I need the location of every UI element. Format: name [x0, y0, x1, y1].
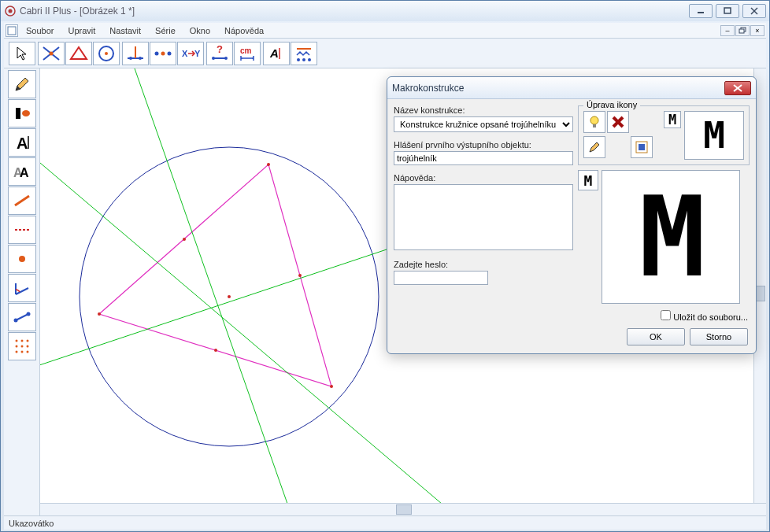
menubar: Soubor Upravit Nastavit Série Okno Nápov… — [4, 23, 766, 39]
tool-triangle[interactable] — [65, 42, 92, 65]
macro-dialog: Makrokonstrukce Název konstrukce: Konstr… — [387, 76, 757, 354]
side-dashed[interactable] — [8, 216, 36, 244]
tool-line[interactable] — [38, 42, 65, 65]
svg-point-72 — [590, 116, 598, 124]
svg-point-63 — [98, 312, 101, 316]
svg-line-46 — [16, 314, 28, 320]
dialog-titlebar[interactable]: Makrokonstrukce — [387, 77, 756, 99]
svg-text:A: A — [20, 166, 29, 179]
svg-point-50 — [20, 340, 23, 342]
svg-text:X: X — [182, 49, 188, 58]
side-line-style[interactable] — [8, 187, 36, 215]
svg-point-68 — [214, 349, 217, 352]
svg-point-52 — [15, 345, 17, 348]
tool-circle[interactable] — [93, 42, 120, 65]
svg-point-55 — [15, 351, 17, 353]
side-point-style[interactable] — [8, 245, 36, 273]
svg-text:A: A — [269, 46, 279, 60]
help-textarea[interactable] — [394, 184, 573, 250]
tool-midpoint[interactable] — [150, 42, 176, 65]
mdi-restore-button[interactable] — [735, 25, 750, 36]
svg-point-38 — [22, 110, 30, 116]
svg-text:Y: Y — [194, 49, 201, 58]
icon-m-tiny[interactable]: M — [664, 111, 681, 128]
svg-point-56 — [20, 351, 23, 353]
svg-point-20 — [161, 51, 165, 55]
tool-transform[interactable]: XY — [177, 42, 204, 65]
tool-perpendicular[interactable] — [122, 42, 149, 65]
svg-text:?: ? — [217, 43, 223, 55]
menu-series[interactable]: Série — [149, 24, 182, 37]
svg-point-36 — [308, 58, 311, 61]
side-text-a[interactable]: A — [8, 128, 36, 157]
status-text: Ukazovátko — [9, 519, 54, 528]
svg-point-34 — [297, 58, 300, 61]
svg-point-27 — [224, 57, 228, 60]
close-button[interactable] — [742, 4, 766, 18]
svg-point-57 — [26, 351, 28, 353]
name-select[interactable]: Konstrukce kružnice opsané trojúhelníku — [394, 116, 573, 132]
ok-button[interactable]: OK — [627, 328, 685, 345]
minimize-button[interactable] — [689, 4, 713, 18]
icon-tool-pencil[interactable] — [583, 136, 605, 158]
svg-point-67 — [298, 274, 302, 277]
svg-point-48 — [26, 312, 30, 316]
tool-appearance[interactable] — [291, 42, 317, 65]
svg-point-17 — [129, 57, 132, 60]
svg-rect-77 — [639, 144, 645, 150]
svg-point-18 — [139, 57, 142, 60]
save-checkbox-label: Uložit do souboru... — [673, 312, 748, 322]
svg-point-21 — [168, 51, 172, 55]
mdi-system-icon[interactable] — [6, 24, 18, 37]
icon-tool-grid[interactable] — [631, 136, 653, 158]
side-grid[interactable] — [8, 332, 36, 360]
output-input[interactable] — [394, 151, 573, 165]
mdi-close-button[interactable]: × — [750, 25, 764, 36]
left-toolbar: A AA — [4, 68, 40, 515]
icon-preview-large: M — [602, 170, 740, 304]
cancel-button[interactable]: Storno — [690, 328, 748, 345]
svg-marker-12 — [71, 47, 87, 59]
icon-m-medium[interactable]: M — [578, 170, 598, 190]
scrollbar-horizontal[interactable] — [40, 503, 766, 515]
svg-point-47 — [13, 319, 17, 323]
svg-rect-37 — [16, 108, 20, 119]
svg-point-54 — [26, 345, 28, 348]
mdi-minimize-button[interactable]: – — [720, 25, 735, 36]
svg-rect-73 — [593, 124, 596, 127]
save-checkbox-row[interactable]: Uložit do souboru... — [661, 310, 748, 322]
svg-rect-8 — [739, 29, 744, 33]
dialog-title: Makrokonstrukce — [392, 83, 724, 94]
tool-measure[interactable]: cm — [234, 42, 261, 65]
svg-point-64 — [267, 163, 270, 166]
menu-edit[interactable]: Upravit — [61, 24, 102, 37]
svg-point-26 — [212, 57, 215, 60]
tool-pointer[interactable] — [9, 42, 35, 65]
icon-edit-group: Úprava ikony — [578, 105, 750, 165]
titlebar[interactable]: Cabri II Plus - [Obrázek 1 *] — [1, 1, 769, 21]
menu-settings[interactable]: Nastavit — [103, 24, 147, 37]
menu-window[interactable]: Okno — [183, 24, 217, 37]
svg-point-65 — [330, 385, 333, 388]
side-angle[interactable] — [8, 274, 36, 302]
output-label: Hlášení prvního výstupního objektu: — [394, 140, 573, 150]
side-pencil[interactable] — [8, 70, 36, 98]
password-input[interactable] — [394, 271, 488, 285]
svg-line-43 — [15, 196, 29, 205]
maximize-button[interactable] — [716, 4, 739, 18]
dialog-close-button[interactable] — [724, 81, 751, 95]
tool-macro[interactable]: ? — [206, 42, 233, 65]
icon-tool-delete[interactable] — [607, 111, 629, 133]
svg-text:cm: cm — [240, 46, 252, 55]
svg-point-35 — [302, 58, 305, 61]
side-segment[interactable] — [8, 303, 36, 331]
save-checkbox[interactable] — [661, 310, 671, 320]
menu-help[interactable]: Nápověda — [218, 24, 270, 37]
svg-point-69 — [228, 295, 231, 298]
menu-file[interactable]: Soubor — [20, 24, 60, 37]
icon-tool-lightbulb[interactable] — [583, 111, 605, 133]
icon-preview-small: M — [684, 111, 744, 160]
side-fill[interactable] — [8, 99, 36, 127]
side-text-aa[interactable]: AA — [8, 157, 36, 186]
tool-label[interactable]: A — [263, 42, 290, 65]
